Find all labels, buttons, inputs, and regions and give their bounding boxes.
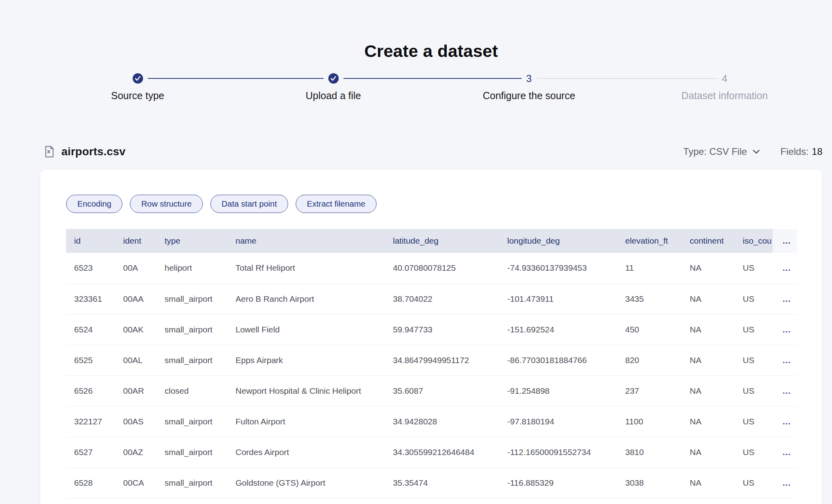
cell-elevation_ft: 237 (617, 375, 682, 406)
cell-iso_cou: US (735, 283, 773, 314)
chip-encoding[interactable]: Encoding (66, 195, 122, 213)
row-more-button[interactable]: ... (773, 375, 797, 406)
column-header-continent: continent (682, 229, 735, 253)
table-row: 652800CAsmall_airportGoldstone (GTS) Air… (66, 467, 797, 498)
stepper-step-2: Upload a file (235, 73, 431, 102)
chip-data-start-point[interactable]: Data start point (210, 195, 288, 213)
cell-elevation_ft: 820 (617, 345, 682, 375)
config-chips: EncodingRow structureData start pointExt… (66, 195, 796, 213)
cell-name: Fulton Airport (228, 406, 385, 437)
chip-row-structure[interactable]: Row structure (130, 195, 202, 213)
cell-iso_cou: US (735, 253, 773, 283)
cell-name: Cordes Airport (228, 437, 385, 467)
cell-continent: NA (682, 314, 735, 345)
stepper: Source typeUpload a file3Configure the s… (40, 73, 822, 102)
cell-id: 6526 (66, 375, 115, 406)
cell-elevation_ft: 1100 (617, 406, 682, 437)
row-more-button[interactable]: ... (773, 314, 797, 345)
chip-extract-filename[interactable]: Extract filename (296, 195, 377, 213)
cell-iso_cou: US (735, 437, 773, 467)
more-columns-header[interactable]: ... (773, 229, 797, 253)
column-header-longitude_deg: longitude_deg (499, 229, 617, 253)
table-row: 652500ALsmall_airportEpps Airpark34.8647… (66, 345, 797, 375)
fields-count: Fields:18 (781, 146, 822, 157)
file-name: airports.csv (61, 145, 126, 158)
step-check-icon[interactable] (328, 73, 339, 84)
table-row: 652400AKsmall_airportLowell Field59.9477… (66, 314, 797, 345)
cell-iso_cou: US (735, 375, 773, 406)
cell-iso_cou: US (735, 345, 773, 375)
cell-type: small_airport (157, 437, 228, 467)
table-row: 652300AheliportTotal Rf Heliport40.07080… (66, 253, 797, 283)
cell-latitude_deg: 59.947733 (385, 314, 499, 345)
data-preview-table: ididenttypenamelatitude_deglongitude_deg… (66, 229, 797, 498)
step-connector (431, 78, 522, 79)
cell-ident: 00AZ (115, 437, 157, 467)
cell-elevation_ft: 3435 (617, 283, 682, 314)
source-config-card: EncodingRow structureData start pointExt… (40, 169, 822, 504)
step-connector (40, 78, 128, 79)
step-label: Upload a file (235, 90, 431, 102)
cell-latitude_deg: 40.07080078125 (385, 253, 499, 283)
step-label: Configure the source (431, 90, 627, 102)
cell-ident: 00AK (115, 314, 157, 345)
cell-longitude_deg: -112.16500091552734 (499, 437, 617, 467)
cell-type: small_airport (157, 345, 228, 375)
cell-latitude_deg: 34.9428028 (385, 406, 499, 437)
cell-name: Newport Hospital & Clinic Heliport (228, 375, 385, 406)
row-more-button[interactable]: ... (773, 283, 797, 314)
cell-type: small_airport (157, 467, 228, 498)
file-meta: Type: CSV File Fields:18 (683, 146, 822, 157)
cell-name: Lowell Field (228, 314, 385, 345)
column-header-elevation_ft: elevation_ft (617, 229, 682, 253)
row-more-button[interactable]: ... (773, 345, 797, 375)
cell-ident: 00A (115, 253, 157, 283)
file-type-select[interactable]: Type: CSV File (683, 146, 760, 157)
cell-continent: NA (682, 283, 735, 314)
cell-type: small_airport (157, 314, 228, 345)
table-row: 652600ARclosedNewport Hospital & Clinic … (66, 375, 797, 406)
cell-name: Epps Airpark (228, 345, 385, 375)
cell-name: Goldstone (GTS) Airport (228, 467, 385, 498)
table-row: 32212700ASsmall_airportFulton Airport34.… (66, 406, 797, 437)
step-number[interactable]: 4 (722, 73, 728, 84)
step-connector (343, 78, 432, 79)
cell-id: 323361 (66, 283, 115, 314)
chevron-down-icon (753, 149, 760, 154)
cell-latitude_deg: 34.305599212646484 (385, 437, 499, 467)
cell-id: 6524 (66, 314, 115, 345)
cell-id: 6525 (66, 345, 115, 375)
file-type-label: Type: CSV File (683, 146, 747, 157)
row-more-button[interactable]: ... (773, 253, 797, 283)
table-row: 32336100AAsmall_airportAero B Ranch Airp… (66, 283, 797, 314)
stepper-step-3: 3Configure the source (431, 73, 627, 102)
page-title: Create a dataset (40, 0, 822, 61)
cell-continent: NA (682, 375, 735, 406)
column-header-id: id (66, 229, 115, 253)
cell-elevation_ft: 3810 (617, 437, 682, 467)
cell-longitude_deg: -74.93360137939453 (499, 253, 617, 283)
column-header-ident: ident (115, 229, 157, 253)
cell-elevation_ft: 11 (617, 253, 682, 283)
cell-id: 6527 (66, 437, 115, 467)
cell-ident: 00AA (115, 283, 157, 314)
cell-id: 6523 (66, 253, 115, 283)
stepper-step-1: Source type (40, 73, 235, 102)
row-more-button[interactable]: ... (773, 467, 797, 498)
cell-longitude_deg: -86.77030181884766 (499, 345, 617, 375)
cell-latitude_deg: 35.35474 (385, 467, 499, 498)
csv-file-icon (44, 146, 55, 158)
row-more-button[interactable]: ... (773, 406, 797, 437)
column-header-latitude_deg: latitude_deg (385, 229, 499, 253)
cell-latitude_deg: 35.6087 (385, 375, 499, 406)
cell-type: closed (157, 375, 228, 406)
cell-ident: 00CA (115, 467, 157, 498)
step-check-icon[interactable] (133, 73, 143, 84)
row-more-button[interactable]: ... (773, 437, 797, 467)
cell-iso_cou: US (735, 467, 773, 498)
cell-longitude_deg: -91.254898 (499, 375, 617, 406)
column-header-iso_cou: iso_cou (735, 229, 773, 253)
cell-continent: NA (682, 437, 735, 467)
column-header-name: name (228, 229, 385, 253)
step-number[interactable]: 3 (526, 73, 532, 84)
